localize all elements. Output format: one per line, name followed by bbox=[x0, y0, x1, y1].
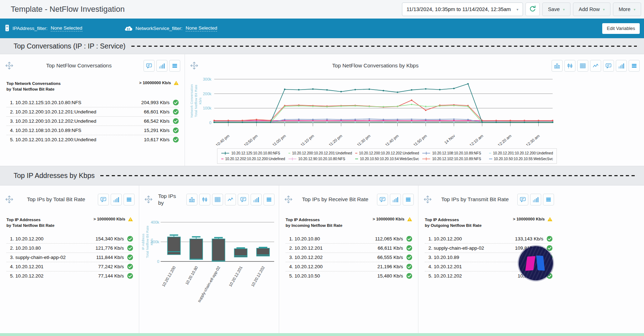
legend-item[interactable]: 10.20.12.200:10.20.12.201:Undefined bbox=[288, 151, 352, 155]
svg-text:10.20.10.80: 10.20.10.80 bbox=[185, 265, 198, 285]
comment-tool-button[interactable] bbox=[603, 60, 614, 72]
table-tool-button[interactable] bbox=[577, 60, 588, 72]
list-item[interactable]: 1. 10.20.10.80112,065 Kb/s bbox=[286, 234, 412, 244]
list-item[interactable]: 1. 10.20.12.125:10.20.10.80:NFS204,993 K… bbox=[6, 98, 179, 107]
bar-chart-tool-button[interactable] bbox=[111, 194, 122, 205]
move-handle-icon[interactable] bbox=[144, 195, 154, 203]
list-item[interactable]: 2. 10.20.10.80121,776 Kb/s bbox=[6, 244, 133, 253]
check-icon bbox=[127, 264, 133, 270]
conversations-line-chart[interactable]: 0100k200k300kNetwork ConversationTotal N… bbox=[185, 77, 644, 146]
comment-tool-button[interactable] bbox=[238, 194, 249, 205]
check-icon bbox=[406, 245, 412, 251]
list-item[interactable]: 4. 10.20.12.108:10.20.10.89:NFS15,291 Kb… bbox=[6, 126, 179, 135]
grouped-bar-tool-button[interactable] bbox=[552, 60, 563, 72]
comment-tool-button[interactable] bbox=[144, 60, 155, 72]
variables-bar: IPAddress_filter: None Selected NetworkS… bbox=[0, 19, 644, 38]
move-handle-icon[interactable] bbox=[4, 62, 14, 70]
panel-toolbar bbox=[552, 60, 640, 72]
bitrate-value: 133,143 Kb/s bbox=[515, 236, 543, 241]
bar-chart-tool-button[interactable] bbox=[530, 194, 541, 205]
menu-tool-button[interactable] bbox=[629, 60, 640, 72]
move-handle-icon[interactable] bbox=[189, 62, 199, 70]
svg-text:11:50 pm: 11:50 pm bbox=[413, 133, 428, 146]
ip-filter-value[interactable]: None Selected bbox=[51, 25, 82, 31]
service-filter-value[interactable]: None Selected bbox=[186, 25, 217, 31]
menu-tool-button[interactable] bbox=[169, 60, 180, 72]
list-item[interactable]: 5. 10.20.12.20277,144 Kb/s bbox=[6, 271, 133, 280]
legend-item[interactable]: 10.20.12.202:10.20.12.200:Undefined bbox=[221, 157, 285, 161]
svg-text:100k: 100k bbox=[203, 106, 211, 110]
ip-filter-label: IPAddress_filter: bbox=[12, 26, 47, 31]
network-service-filter[interactable]: NetworkService_filter: None Selected bbox=[125, 25, 217, 32]
list-item[interactable]: 5. 10.20.10.5015,480 Kb/s bbox=[286, 271, 412, 280]
line-chart-tool-button[interactable] bbox=[225, 194, 236, 205]
list-item[interactable]: 4. 10.20.12.20177,242 Kb/s bbox=[6, 262, 133, 271]
bar-chart-tool-button[interactable] bbox=[616, 60, 627, 72]
add-row-button[interactable]: Add Row▾ bbox=[573, 2, 610, 16]
save-button[interactable]: Save▾ bbox=[542, 2, 570, 16]
ip-address-filter[interactable]: IPAddress_filter: None Selected bbox=[5, 25, 82, 32]
menu-tool-button[interactable] bbox=[263, 194, 275, 205]
list-item[interactable]: 2. 10.20.12.20166,611 Kb/s bbox=[286, 244, 412, 253]
list-subtitle: Top IP Addressesby Outgoing Netflow Bit … bbox=[425, 217, 482, 228]
list-item[interactable]: 3. supply-chain-etl-app-02111,844 Kb/s bbox=[6, 253, 133, 262]
list-item[interactable]: 1. 10.20.12.200154,340 Kb/s bbox=[6, 234, 133, 244]
menu-tool-button[interactable] bbox=[124, 194, 135, 205]
svg-text:Total Netflow Bit Rate: Total Netflow Bit Rate bbox=[145, 226, 149, 258]
legend-item[interactable]: 10.20.12.90:10.20.10.80:NFS bbox=[288, 157, 352, 161]
panel-toolbar bbox=[377, 194, 414, 205]
box-plot-tool-button[interactable] bbox=[199, 194, 210, 205]
panel-title: Top IPs by Receive Bit Rate bbox=[296, 196, 374, 203]
legend-item[interactable]: 10.20.12.201:10.20.12.200:Undefined bbox=[489, 151, 553, 155]
list-item[interactable]: 3. 10.20.12.20266,555 Kb/s bbox=[286, 253, 412, 262]
section-conversations-title: Top Conversations (IP : IP : Service) bbox=[14, 42, 126, 50]
legend-item[interactable]: 10.20.12.108:10.20.10.89:NFS bbox=[422, 151, 486, 155]
add-row-label: Add Row bbox=[579, 6, 600, 12]
legend-item[interactable]: 10.20.12.200:10.20.12.202:Undefined bbox=[355, 151, 419, 155]
bar-chart-tool-button[interactable] bbox=[251, 194, 262, 205]
more-button[interactable]: More▾ bbox=[613, 2, 641, 16]
list-item[interactable]: 3. 10.20.12.200:10.20.12.202:Undefined66… bbox=[6, 117, 179, 126]
line-chart-tool-button[interactable] bbox=[590, 60, 601, 72]
panel-title-text: Top IPs by Total Bit Rate bbox=[27, 196, 85, 203]
list-item[interactable]: 1. 10.20.12.200133,143 Kb/s bbox=[425, 234, 553, 244]
svg-text:Network Conversation: Network Conversation bbox=[190, 84, 193, 117]
panel-title-text: Top IPs by bbox=[158, 193, 182, 207]
bitrate-value: 66,601 Kb/s bbox=[144, 109, 170, 114]
panel-top-ips-transmit: Top IPs by Transmit Bit Rate Top IP Addr… bbox=[418, 185, 644, 333]
legend-item[interactable]: 10.20.12.102:10.20.10.89:NFS bbox=[422, 157, 486, 161]
menu-tool-button[interactable] bbox=[543, 194, 554, 205]
move-handle-icon[interactable] bbox=[4, 195, 14, 203]
bar-chart-tool-button[interactable] bbox=[390, 194, 401, 205]
list-item[interactable]: 5. 10.20.12.201:10.20.12.200:Undefined10… bbox=[6, 135, 179, 144]
legend-item[interactable]: 10.20.10.50:10.20.10.54:WebSecSvc bbox=[355, 157, 419, 161]
comment-tool-button[interactable] bbox=[98, 194, 109, 205]
edit-variables-button[interactable]: Edit Variables bbox=[602, 23, 640, 34]
bitrate-value: 154,340 Kb/s bbox=[95, 236, 124, 241]
comment-tool-button[interactable] bbox=[377, 194, 388, 205]
legend-item[interactable]: 10.20.12.125:10.20.10.80:NFS bbox=[221, 151, 285, 155]
grouped-bar-tool-button[interactable] bbox=[186, 194, 197, 205]
box-plot-tool-button[interactable] bbox=[564, 60, 575, 72]
table-tool-button[interactable] bbox=[212, 194, 223, 205]
bitrate-value: 66,542 Kb/s bbox=[144, 118, 170, 124]
check-icon bbox=[127, 236, 133, 242]
list-item[interactable]: 4. 10.20.12.20021,196 Kb/s bbox=[286, 262, 412, 271]
legend-label: 10.20.10.50:10.20.10.55:WebSecSvc bbox=[494, 157, 553, 161]
move-handle-icon[interactable] bbox=[423, 195, 433, 203]
section-conversations-header: Top Conversations (IP : IP : Service) bbox=[0, 38, 644, 54]
refresh-button[interactable] bbox=[525, 2, 540, 16]
row-label: 5. 10.20.10.50 bbox=[286, 273, 377, 279]
svg-text:10:40 pm: 10:40 pm bbox=[215, 133, 230, 146]
move-handle-icon[interactable] bbox=[283, 195, 293, 203]
comment-tool-button[interactable] bbox=[517, 194, 528, 205]
top-ips-box-chart[interactable]: 0200k400kIP AddressTotal Netflow Bit Rat… bbox=[139, 213, 279, 331]
legend-item[interactable]: 10.20.10.50:10.20.10.55:WebSecSvc bbox=[489, 157, 553, 161]
section-top-ips-title: Top IP Addresses by Kbps bbox=[14, 172, 95, 180]
list-item[interactable]: 2. 10.20.12.200:10.20.12.201:Undefined66… bbox=[6, 107, 179, 117]
svg-text:Kb/s: Kb/s bbox=[150, 238, 154, 245]
bar-chart-tool-button[interactable] bbox=[156, 60, 167, 72]
menu-tool-button[interactable] bbox=[403, 194, 414, 205]
server-icon bbox=[5, 25, 9, 32]
date-range-select[interactable]: 11/13/2024, 10:35pm to 11/14/2024, 12:35… bbox=[402, 2, 523, 16]
